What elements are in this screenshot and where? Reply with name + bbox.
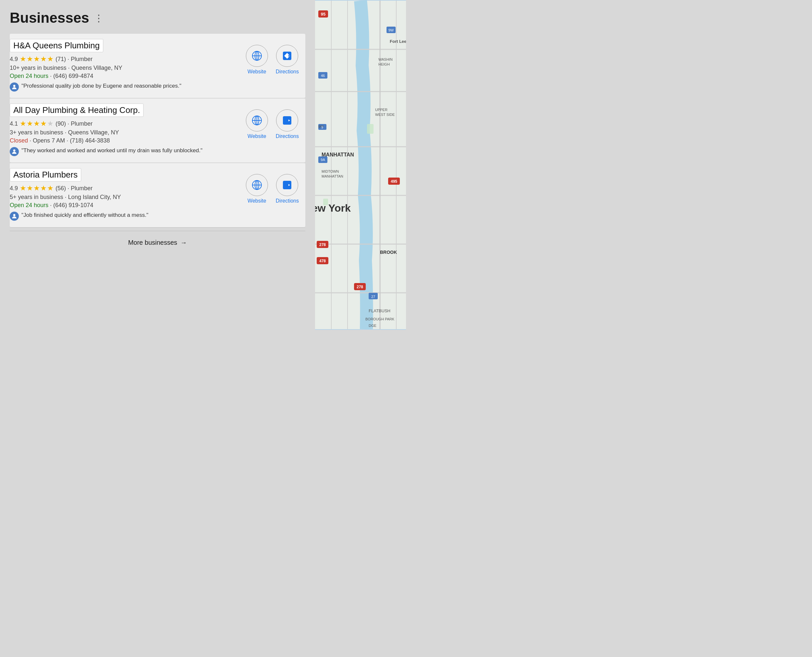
stars-2: ★ ★ ★ ★ ★ [20, 120, 54, 128]
avatar-icon-1 [11, 84, 17, 90]
review-row-1: "Professional quality job done by Eugene… [10, 82, 243, 92]
star-3-3: ★ [33, 184, 40, 193]
svg-point-9 [13, 149, 16, 152]
rating-count-3: (56) · Plumber [56, 185, 92, 192]
svg-text:9W: 9W [389, 28, 394, 32]
directions-icon-2 [281, 115, 293, 126]
website-icon-circle-1 [246, 45, 268, 67]
stars-1: ★ ★ ★ ★ ★ [20, 55, 54, 63]
business-name-box-1[interactable]: H&A Queens Plumbing [10, 39, 103, 52]
opens-text-2: Opens 7 AM [33, 137, 65, 144]
directions-btn-3[interactable]: Directions [276, 174, 299, 204]
map-svg: 95 9W 46 9 Fort Lee WASHIN HEIGH gen UPP… [315, 0, 406, 330]
stars-3: ★ ★ ★ ★ ★ [20, 184, 54, 193]
svg-rect-21 [283, 181, 291, 189]
directions-icon-circle-1 [276, 45, 298, 67]
svg-text:BOROUGH PARK: BOROUGH PARK [365, 317, 395, 321]
status-closed-2: Closed [10, 137, 28, 144]
review-avatar-3 [10, 212, 19, 221]
status-line-1: Open 24 hours · (646) 699-4874 [10, 73, 243, 79]
actions-3: Website Directions [246, 174, 299, 204]
business-meta-2: 3+ years in business · Queens Village, N… [10, 129, 243, 136]
svg-text:UPPER: UPPER [375, 108, 387, 112]
business-meta-3: 5+ years in business · Long Island City,… [10, 194, 243, 201]
more-arrow-icon: → [181, 239, 187, 246]
avatar-icon-2 [11, 148, 17, 155]
website-btn-3[interactable]: Website [246, 174, 268, 204]
website-icon-circle-2 [246, 109, 268, 131]
status-line-2: Closed · Opens 7 AM · (718) 464-3838 [10, 137, 243, 144]
business-card-3: Astoria Plumbers 4.9 ★ ★ ★ ★ ★ (56) · Pl… [10, 163, 305, 227]
rating-row-1: 4.9 ★ ★ ★ ★ ★ (71) · Plumber [10, 55, 243, 63]
star-1-3: ★ [33, 55, 40, 63]
svg-point-0 [13, 85, 16, 87]
review-avatar-1 [10, 83, 19, 92]
review-row-2: "They worked and worked and worked until… [10, 147, 243, 156]
review-row-3: "Job finished quickly and efficiently wi… [10, 211, 243, 221]
svg-text:95: 95 [321, 12, 325, 17]
website-btn-1[interactable]: Website [246, 45, 268, 75]
directions-btn-1[interactable]: Directions [276, 45, 299, 75]
website-icon-3 [251, 179, 263, 191]
rating-count-1: (71) · Plumber [56, 56, 92, 63]
star-3-5: ★ [47, 184, 54, 193]
more-businesses-label: More businesses [128, 239, 177, 246]
website-label-2: Website [247, 134, 266, 139]
svg-text:478: 478 [319, 259, 326, 263]
business-name-3: Astoria Plumbers [13, 170, 78, 179]
directions-icon-1 [281, 50, 293, 62]
map-panel[interactable]: 95 9W 46 9 Fort Lee WASHIN HEIGH gen UPP… [315, 0, 406, 330]
page-title: Businesses [10, 10, 89, 26]
svg-text:BROOK: BROOK [380, 250, 397, 255]
business-name-box-2[interactable]: All Day Plumbing & Heating Corp. [10, 104, 144, 117]
svg-rect-14 [283, 116, 291, 125]
directions-icon-3 [281, 179, 293, 191]
business-info-1: H&A Queens Plumbing 4.9 ★ ★ ★ ★ ★ (71) ·… [10, 39, 243, 92]
actions-2: Website Directions [246, 109, 299, 139]
avatar-icon-3 [11, 213, 17, 220]
status-open-1: Open 24 hours [10, 73, 48, 79]
review-text-2: "They worked and worked and worked until… [22, 147, 202, 154]
menu-icon[interactable]: ⋮ [94, 12, 104, 24]
svg-text:278: 278 [319, 243, 326, 247]
page-container: Businesses ⋮ H&A Queens Plumbing 4.9 ★ ★… [0, 0, 406, 330]
svg-text:9A: 9A [320, 158, 325, 162]
svg-text:FLATBUSH: FLATBUSH [369, 308, 390, 313]
website-btn-2[interactable]: Website [246, 109, 268, 139]
star-3-2: ★ [27, 184, 33, 193]
directions-label-3: Directions [276, 198, 299, 204]
svg-text:gen: gen [318, 125, 324, 128]
directions-label-1: Directions [276, 69, 299, 75]
star-2-1: ★ [20, 120, 26, 128]
svg-text:DGE: DGE [369, 324, 376, 327]
business-info-2: All Day Plumbing & Heating Corp. 4.1 ★ ★… [10, 104, 243, 156]
business-name-box-3[interactable]: Astoria Plumbers [10, 168, 81, 181]
svg-text:MANHATTAN: MANHATTAN [322, 174, 343, 178]
svg-text:MIDTOWN: MIDTOWN [322, 170, 339, 173]
directions-btn-2[interactable]: Directions [276, 109, 299, 139]
more-businesses-button[interactable]: More businesses → [128, 239, 187, 246]
review-text-3: "Job finished quickly and efficiently wi… [22, 211, 148, 219]
more-businesses-bar: More businesses → [10, 231, 305, 254]
actions-1: Website Directions [246, 45, 299, 75]
review-text-1: "Professional quality job done by Eugene… [22, 82, 181, 90]
svg-text:Fort Lee: Fort Lee [390, 39, 406, 44]
review-avatar-2 [10, 147, 19, 156]
star-1-5: ★ [47, 55, 54, 63]
svg-point-16 [13, 214, 16, 216]
website-label-1: Website [247, 69, 266, 75]
website-label-3: Website [247, 198, 266, 204]
svg-text:46: 46 [321, 74, 325, 78]
business-card-2: All Day Plumbing & Heating Corp. 4.1 ★ ★… [10, 98, 305, 163]
svg-text:WASHIN: WASHIN [378, 58, 393, 61]
business-name-2: All Day Plumbing & Heating Corp. [13, 105, 140, 115]
left-panel: Businesses ⋮ H&A Queens Plumbing 4.9 ★ ★… [0, 0, 315, 330]
svg-text:HEIGH: HEIGH [378, 62, 390, 66]
rating-row-2: 4.1 ★ ★ ★ ★ ★ (90) · Plumber [10, 120, 243, 128]
rating-row-3: 4.9 ★ ★ ★ ★ ★ (56) · Plumber [10, 184, 243, 193]
svg-rect-69 [323, 199, 328, 205]
star-1-1: ★ [20, 55, 26, 63]
rating-value-1: 4.9 [10, 56, 18, 63]
star-2-4: ★ [40, 120, 47, 128]
rating-value-2: 4.1 [10, 120, 18, 127]
